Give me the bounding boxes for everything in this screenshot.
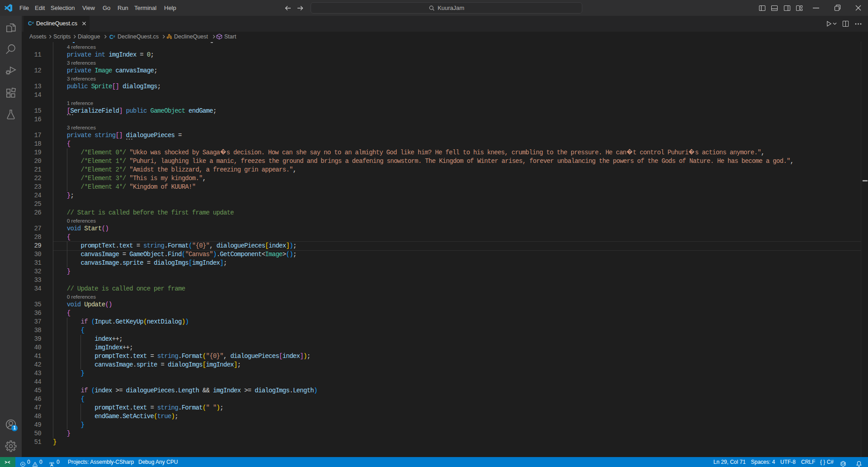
svg-text:C#: C#	[841, 462, 845, 465]
